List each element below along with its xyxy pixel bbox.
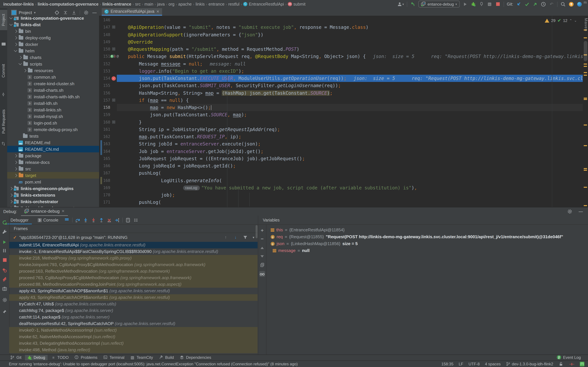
code-line-149[interactable]: 149 @Override (99, 38, 583, 46)
editor-tab[interactable]: C EntranceRestfulApi.java ✕ (102, 8, 162, 16)
tree-item-linkis-engineconn-plugins[interactable]: linkis-engineconn-plugins (7, 185, 99, 192)
mute-breakpoints-button[interactable] (2, 276, 8, 282)
variable-json[interactable]: pjson={LinkedHashMap@11856} size = 5 (266, 240, 588, 247)
rerun-button[interactable] (2, 220, 8, 225)
code-line-146[interactable]: 146 (99, 17, 583, 24)
tool-button-debug[interactable]: Debug (25, 355, 48, 360)
code-line-172[interactable]: 172 "***********************************… (99, 206, 583, 207)
tree-collapse-icon[interactable] (9, 193, 13, 197)
frame-up-button-icon[interactable]: ↑ (223, 235, 228, 240)
code-line-147[interactable]: 147− @ApiOperation(value = "submit", not… (99, 24, 583, 31)
stack-frame[interactable]: invoke:498, Method (java.lang.reflect) (9, 347, 258, 353)
tree-collapse-icon[interactable] (14, 154, 17, 157)
indent-setting[interactable]: 4 spaces (485, 362, 501, 366)
tree-item-install-ldh.sh[interactable]: ❯ install-ldh.sh (7, 100, 99, 107)
user-menu[interactable]: ▾ (397, 1, 404, 7)
tree-item-install-charts-with-ldh.sh[interactable]: ❯ install-charts-with-ldh.sh (7, 93, 99, 100)
stack-frame[interactable]: apply:43, SpringRestfulCatchAOP$$anonfun… (9, 288, 258, 294)
code-line-155[interactable]: 155 json.put(TaskConstant.SUBMIT_USER, S… (99, 82, 583, 90)
profiler-button-icon[interactable] (479, 1, 484, 7)
code-line-152[interactable]: 152 Message message = null;message: null (99, 60, 583, 67)
code-line-158[interactable]: 158 map = new HashMap<>(); (99, 104, 583, 111)
expand-all-button-icon[interactable] (63, 10, 68, 15)
warning-stripe-mark[interactable] (584, 66, 587, 67)
caret-position[interactable]: 158:35 (441, 362, 453, 366)
event-log-button[interactable]: 2 Event Log (557, 355, 581, 360)
git-rollback-button-icon[interactable]: ↶ (549, 1, 554, 7)
tool-button-project[interactable]: Project (0, 10, 7, 30)
tree-item-deploy-config[interactable]: deploy-config (7, 34, 99, 41)
stack-frame[interactable]: catchIt:114, package$ (org.apache.linkis… (9, 314, 258, 320)
code-line-159[interactable]: 159 json.put(TaskConstant.SOURCE, map); (99, 111, 583, 119)
frames-scrollbar[interactable] (256, 225, 258, 238)
breadcrumb-item[interactable]: linkis (196, 2, 205, 6)
edit-config-button[interactable] (2, 229, 8, 235)
fold-marker-icon[interactable]: − (112, 99, 115, 101)
tree-collapse-icon[interactable] (14, 36, 17, 39)
run-config-selector[interactable]: entance-debug▾ (418, 1, 459, 8)
editor-scrollbar[interactable] (584, 41, 587, 61)
tree-expand-icon[interactable] (9, 17, 13, 19)
tree-collapse-icon[interactable] (14, 161, 17, 164)
breadcrumb-item[interactable]: linkis-computation-governance (38, 2, 99, 6)
tree-item-package[interactable]: package (7, 152, 99, 159)
tool-button-teamcity[interactable]: TCTeamCity (128, 355, 155, 360)
tree-collapse-icon[interactable] (9, 200, 13, 203)
code-line-150[interactable]: 150− @RequestMapping(path = "/submit", m… (99, 46, 583, 53)
warning-stripe-mark[interactable] (584, 75, 587, 76)
debugger-settings-button[interactable] (2, 297, 8, 303)
breadcrumb-item[interactable]: incubator-linkis (3, 2, 34, 6)
stack-frame[interactable]: submit:154, EntranceRestfulApi (org.apac… (9, 242, 258, 248)
restore-layout-button-icon[interactable] (64, 217, 69, 223)
tree-item-pom.xml[interactable]: m pom.xml (7, 179, 99, 185)
warning-stripe-mark[interactable] (584, 37, 587, 38)
code-line-164[interactable]: 164 Job job = entranceServer.getJob(jobI… (99, 148, 583, 155)
debug-session-tab[interactable]: entance-debug ✕ (21, 207, 68, 216)
tree-item-linkis-orchestrator[interactable]: linkis-orchestrator (7, 198, 99, 205)
warning-stripe-mark[interactable] (584, 145, 587, 146)
breadcrumb-item[interactable]: linkis-entrance (102, 2, 131, 6)
stack-frame[interactable]: dealResponseRestful:42, SpringRestfulCat… (9, 320, 258, 327)
git-push-button-icon[interactable] (533, 1, 538, 7)
hide-panel-button-icon[interactable]: — (92, 10, 97, 15)
code-line-148[interactable]: 148 @ApiOperationSupport(ignoreParameter… (99, 31, 583, 38)
file-encoding[interactable]: UTF-8 (468, 362, 480, 366)
git-update-button-icon[interactable] (516, 1, 521, 7)
variable-req[interactable]: preq={Request@11855} "Request(POST http:… (266, 233, 588, 240)
step-out-button-icon[interactable] (99, 217, 104, 223)
tree-item-tests[interactable]: tests (7, 133, 99, 139)
tool-button-git[interactable]: Git (8, 355, 24, 360)
code-line-154[interactable]: 154✓ json.put(TaskConstant.EXECUTE_USER,… (99, 75, 583, 82)
collapse-all-button-icon[interactable] (71, 10, 77, 15)
breadcrumb[interactable]: incubator-linkis›linkis-computation-gove… (3, 0, 305, 8)
step-into-button-icon[interactable] (83, 217, 88, 223)
line-separator[interactable]: LF (459, 362, 463, 366)
tool-button-terminal[interactable]: Terminal (101, 355, 127, 360)
code-line-162[interactable]: 162 map.put(TaskConstant.REQUEST_IP, ip)… (99, 133, 583, 140)
drop-frame-button-icon[interactable] (107, 217, 112, 223)
ide-sphere-icon[interactable] (577, 1, 582, 7)
code-area[interactable]: 146147− @ApiOperation(value = "submit", … (99, 16, 583, 207)
code-line-169[interactable]: 169 rawLog:"You have submitted a new job… (99, 184, 583, 192)
hide-debug-button-icon[interactable]: — (578, 209, 583, 214)
search-everywhere-button-icon[interactable] (561, 1, 566, 7)
tree-item-docker[interactable]: docker (7, 41, 99, 48)
stack-frame[interactable]: invoke:43, DelegatingMethodAccessorImpl … (9, 340, 258, 347)
warning-stripe-mark[interactable] (584, 64, 587, 65)
tool-button-build[interactable]: Build (156, 355, 176, 360)
debug-button-icon[interactable] (471, 1, 476, 7)
tree-item-charts[interactable]: charts (7, 54, 99, 61)
code-line-167[interactable]: 167 pushLog( (99, 170, 583, 177)
code-line-161[interactable]: 161 String ip = JobHistoryHelper.getRequ… (99, 126, 583, 133)
breadcrumb-item[interactable]: java (157, 2, 165, 6)
view-breakpoints-button[interactable] (2, 267, 8, 273)
pin-tab-button[interactable] (2, 309, 8, 315)
stack-frame[interactable]: invokeJoinpoint:793, CglibAopProxy$Cglib… (9, 261, 258, 268)
fold-marker-icon[interactable]: − (112, 120, 115, 123)
warning-stripe-mark[interactable] (584, 98, 587, 99)
tree-collapse-icon[interactable] (14, 174, 17, 177)
tree-collapse-icon[interactable] (18, 56, 22, 59)
tool-button-todo[interactable]: ≡TODO (49, 355, 71, 360)
close-icon[interactable]: ✕ (61, 209, 64, 213)
stack-frame[interactable]: proceed:163, ReflectiveMethodInvocation … (9, 268, 258, 275)
